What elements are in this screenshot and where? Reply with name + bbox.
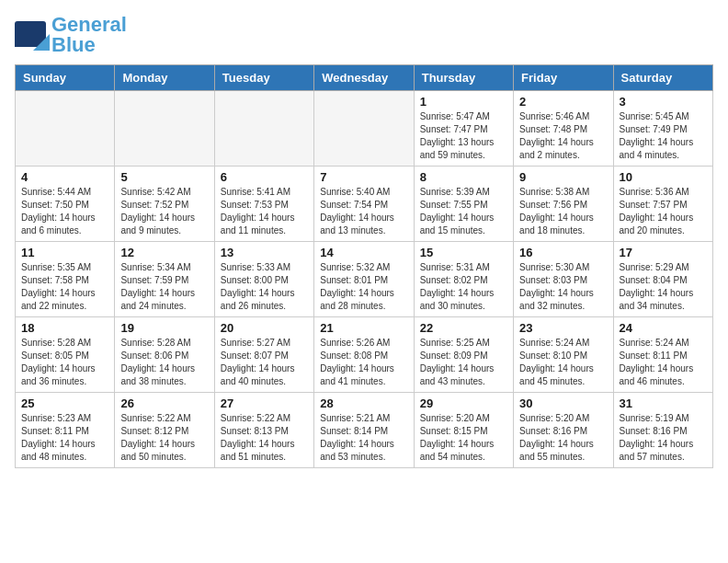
day-info: Sunrise: 5:28 AMSunset: 8:06 PMDaylight:… bbox=[120, 337, 208, 388]
day-number: 24 bbox=[620, 321, 707, 335]
day-info: Sunrise: 5:30 AMSunset: 8:03 PMDaylight:… bbox=[519, 261, 607, 313]
day-info: Sunrise: 5:26 AMSunset: 8:08 PMDaylight:… bbox=[320, 337, 407, 388]
calendar-day-cell: 1Sunrise: 5:47 AMSunset: 7:47 PMDaylight… bbox=[414, 91, 513, 167]
calendar-week-row: 1Sunrise: 5:47 AMSunset: 7:47 PMDaylight… bbox=[16, 91, 713, 167]
calendar-day-cell: 29Sunrise: 5:20 AMSunset: 8:15 PMDayligh… bbox=[414, 393, 513, 468]
calendar-day-cell: 2Sunrise: 5:46 AMSunset: 7:48 PMDaylight… bbox=[514, 91, 613, 167]
day-info: Sunrise: 5:42 AMSunset: 7:52 PMDaylight:… bbox=[120, 186, 208, 237]
empty-cell bbox=[16, 91, 115, 167]
day-info: Sunrise: 5:45 AMSunset: 7:49 PMDaylight:… bbox=[620, 110, 707, 162]
calendar-week-row: 25Sunrise: 5:23 AMSunset: 8:11 PMDayligh… bbox=[16, 393, 713, 468]
calendar-day-cell: 30Sunrise: 5:20 AMSunset: 8:16 PMDayligh… bbox=[514, 393, 613, 468]
day-info: Sunrise: 5:21 AMSunset: 8:14 PMDaylight:… bbox=[320, 412, 407, 464]
day-info: Sunrise: 5:24 AMSunset: 8:11 PMDaylight:… bbox=[620, 337, 707, 388]
day-info: Sunrise: 5:31 AMSunset: 8:02 PMDaylight:… bbox=[420, 261, 507, 313]
day-number: 16 bbox=[519, 246, 607, 259]
calendar-day-cell: 4Sunrise: 5:44 AMSunset: 7:50 PMDaylight… bbox=[16, 167, 115, 242]
day-number: 27 bbox=[221, 396, 308, 410]
weekday-header: Sunday bbox=[16, 65, 115, 91]
day-info: Sunrise: 5:32 AMSunset: 8:01 PMDaylight:… bbox=[320, 261, 407, 313]
calendar-day-cell: 18Sunrise: 5:28 AMSunset: 8:05 PMDayligh… bbox=[16, 317, 115, 393]
calendar-day-cell: 27Sunrise: 5:22 AMSunset: 8:13 PMDayligh… bbox=[214, 393, 313, 468]
day-number: 30 bbox=[519, 396, 607, 410]
day-number: 21 bbox=[320, 321, 407, 335]
day-info: Sunrise: 5:36 AMSunset: 7:57 PMDaylight:… bbox=[620, 186, 707, 237]
day-number: 20 bbox=[221, 321, 308, 335]
weekday-header: Saturday bbox=[613, 65, 712, 91]
calendar-day-cell: 8Sunrise: 5:39 AMSunset: 7:55 PMDaylight… bbox=[414, 167, 513, 242]
calendar-day-cell: 12Sunrise: 5:34 AMSunset: 7:59 PMDayligh… bbox=[115, 242, 214, 317]
calendar-week-row: 18Sunrise: 5:28 AMSunset: 8:05 PMDayligh… bbox=[16, 317, 713, 393]
day-number: 7 bbox=[320, 170, 407, 184]
empty-cell bbox=[115, 91, 214, 167]
day-number: 23 bbox=[519, 321, 607, 335]
calendar-day-cell: 9Sunrise: 5:38 AMSunset: 7:56 PMDaylight… bbox=[514, 167, 613, 242]
day-info: Sunrise: 5:24 AMSunset: 8:10 PMDaylight:… bbox=[519, 337, 607, 388]
calendar-day-cell: 25Sunrise: 5:23 AMSunset: 8:11 PMDayligh… bbox=[16, 393, 115, 468]
day-info: Sunrise: 5:22 AMSunset: 8:13 PMDaylight:… bbox=[221, 412, 308, 464]
day-info: Sunrise: 5:38 AMSunset: 7:56 PMDaylight:… bbox=[519, 186, 607, 237]
day-info: Sunrise: 5:34 AMSunset: 7:59 PMDaylight:… bbox=[120, 261, 208, 313]
day-info: Sunrise: 5:44 AMSunset: 7:50 PMDaylight:… bbox=[21, 186, 108, 237]
day-info: Sunrise: 5:47 AMSunset: 7:47 PMDaylight:… bbox=[420, 110, 507, 162]
day-number: 17 bbox=[620, 246, 707, 259]
calendar-day-cell: 5Sunrise: 5:42 AMSunset: 7:52 PMDaylight… bbox=[115, 167, 214, 242]
day-info: Sunrise: 5:20 AMSunset: 8:16 PMDaylight:… bbox=[519, 412, 607, 464]
day-info: Sunrise: 5:20 AMSunset: 8:15 PMDaylight:… bbox=[420, 412, 507, 464]
logo-text: GeneralBlue bbox=[51, 15, 127, 55]
day-info: Sunrise: 5:27 AMSunset: 8:07 PMDaylight:… bbox=[221, 337, 308, 388]
day-number: 29 bbox=[420, 396, 507, 410]
calendar-day-cell: 17Sunrise: 5:29 AMSunset: 8:04 PMDayligh… bbox=[613, 242, 712, 317]
day-number: 28 bbox=[320, 396, 407, 410]
weekday-header: Monday bbox=[115, 65, 214, 91]
day-info: Sunrise: 5:40 AMSunset: 7:54 PMDaylight:… bbox=[320, 186, 407, 237]
empty-cell bbox=[314, 91, 414, 167]
day-number: 10 bbox=[620, 170, 707, 184]
day-number: 4 bbox=[21, 170, 108, 184]
calendar-day-cell: 13Sunrise: 5:33 AMSunset: 8:00 PMDayligh… bbox=[214, 242, 313, 317]
day-number: 5 bbox=[120, 170, 208, 184]
calendar-day-cell: 10Sunrise: 5:36 AMSunset: 7:57 PMDayligh… bbox=[613, 167, 712, 242]
weekday-header: Friday bbox=[514, 65, 613, 91]
calendar-day-cell: 14Sunrise: 5:32 AMSunset: 8:01 PMDayligh… bbox=[314, 242, 414, 317]
day-number: 14 bbox=[320, 246, 407, 259]
calendar-day-cell: 28Sunrise: 5:21 AMSunset: 8:14 PMDayligh… bbox=[314, 393, 414, 468]
day-info: Sunrise: 5:23 AMSunset: 8:11 PMDaylight:… bbox=[21, 412, 108, 464]
day-number: 1 bbox=[420, 95, 507, 109]
calendar-week-row: 4Sunrise: 5:44 AMSunset: 7:50 PMDaylight… bbox=[16, 167, 713, 242]
day-number: 15 bbox=[420, 246, 507, 259]
day-number: 22 bbox=[420, 321, 507, 335]
day-number: 13 bbox=[221, 246, 308, 259]
calendar-day-cell: 21Sunrise: 5:26 AMSunset: 8:08 PMDayligh… bbox=[314, 317, 414, 393]
calendar-day-cell: 3Sunrise: 5:45 AMSunset: 7:49 PMDaylight… bbox=[613, 91, 712, 167]
calendar-day-cell: 15Sunrise: 5:31 AMSunset: 8:02 PMDayligh… bbox=[414, 242, 513, 317]
day-number: 9 bbox=[519, 170, 607, 184]
logo: GeneralBlue bbox=[15, 15, 127, 55]
calendar-day-cell: 20Sunrise: 5:27 AMSunset: 8:07 PMDayligh… bbox=[214, 317, 313, 393]
calendar-day-cell: 22Sunrise: 5:25 AMSunset: 8:09 PMDayligh… bbox=[414, 317, 513, 393]
day-info: Sunrise: 5:25 AMSunset: 8:09 PMDaylight:… bbox=[420, 337, 507, 388]
calendar-day-cell: 23Sunrise: 5:24 AMSunset: 8:10 PMDayligh… bbox=[514, 317, 613, 393]
calendar-day-cell: 19Sunrise: 5:28 AMSunset: 8:06 PMDayligh… bbox=[115, 317, 214, 393]
day-number: 26 bbox=[120, 396, 208, 410]
day-number: 31 bbox=[620, 396, 707, 410]
day-number: 2 bbox=[519, 95, 607, 109]
day-number: 12 bbox=[120, 246, 208, 259]
day-info: Sunrise: 5:19 AMSunset: 8:16 PMDaylight:… bbox=[620, 412, 707, 464]
day-info: Sunrise: 5:33 AMSunset: 8:00 PMDaylight:… bbox=[221, 261, 308, 313]
calendar-day-cell: 7Sunrise: 5:40 AMSunset: 7:54 PMDaylight… bbox=[314, 167, 414, 242]
day-number: 3 bbox=[620, 95, 707, 109]
empty-cell bbox=[214, 91, 313, 167]
day-number: 6 bbox=[221, 170, 308, 184]
day-info: Sunrise: 5:41 AMSunset: 7:53 PMDaylight:… bbox=[221, 186, 308, 237]
calendar-day-cell: 16Sunrise: 5:30 AMSunset: 8:03 PMDayligh… bbox=[514, 242, 613, 317]
day-number: 18 bbox=[21, 321, 108, 335]
day-number: 8 bbox=[420, 170, 507, 184]
calendar-day-cell: 11Sunrise: 5:35 AMSunset: 7:58 PMDayligh… bbox=[16, 242, 115, 317]
day-info: Sunrise: 5:46 AMSunset: 7:48 PMDaylight:… bbox=[519, 110, 607, 162]
calendar-week-row: 11Sunrise: 5:35 AMSunset: 7:58 PMDayligh… bbox=[16, 242, 713, 317]
day-info: Sunrise: 5:29 AMSunset: 8:04 PMDaylight:… bbox=[620, 261, 707, 313]
day-number: 25 bbox=[21, 396, 108, 410]
day-info: Sunrise: 5:28 AMSunset: 8:05 PMDaylight:… bbox=[21, 337, 108, 388]
day-info: Sunrise: 5:35 AMSunset: 7:58 PMDaylight:… bbox=[21, 261, 108, 313]
